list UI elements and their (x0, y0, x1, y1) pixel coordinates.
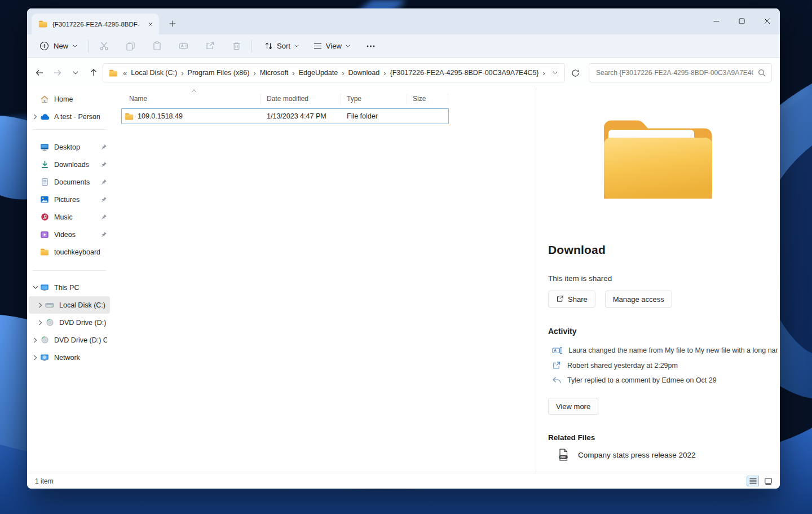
manage-access-button[interactable]: Manage access (605, 291, 672, 307)
column-headers: Name Date modified Type Size (121, 90, 536, 107)
sidebar-item-label: Downloads (54, 161, 100, 169)
chevron-down-icon (294, 45, 299, 47)
chevron-down-icon[interactable] (31, 285, 39, 289)
maximize-button[interactable] (729, 8, 754, 33)
breadcrumb-item[interactable]: Local Disk (C:) (127, 69, 180, 77)
sidebar-item-documents[interactable]: Documents (29, 173, 110, 191)
sort-icon (264, 42, 273, 50)
sort-button[interactable]: Sort (258, 37, 305, 55)
back-icon[interactable] (30, 64, 48, 82)
refresh-icon[interactable] (565, 64, 585, 82)
sidebar-item-music[interactable]: Music (29, 208, 110, 226)
sidebar-item-touchkeyboard[interactable]: touchkeyboard (29, 243, 110, 261)
pin-icon (100, 214, 107, 220)
chevron-right-icon[interactable] (36, 302, 45, 308)
column-header-name[interactable]: Name (121, 94, 261, 104)
new-tab-button[interactable] (165, 16, 180, 32)
activity-text: Laura changed the name from My file to M… (568, 346, 778, 354)
file-explorer-window: {F3017226-FE2A-4295-8BDF-0 New (27, 8, 780, 489)
address-dropdown-icon[interactable] (548, 65, 562, 81)
chevron-right-icon[interactable] (31, 337, 39, 343)
sidebar-item-label: Home (54, 95, 100, 103)
sidebar-item-label: DVD Drive (D:) CCC (54, 336, 107, 344)
this-pc-icon (39, 283, 50, 292)
breadcrumb-item[interactable]: EdgeUpdate (295, 69, 342, 77)
sidebar-item-downloads[interactable]: Downloads (29, 156, 110, 173)
view-more-button[interactable]: View more (548, 398, 598, 415)
chevron-right-icon[interactable] (31, 114, 39, 120)
svg-text:PDF: PDF (561, 456, 566, 459)
search-input[interactable] (596, 69, 753, 77)
forward-icon[interactable] (48, 64, 67, 82)
sidebar-item-desktop[interactable]: Desktop (29, 138, 110, 156)
videos-icon (39, 230, 50, 239)
onedrive-icon (39, 112, 50, 121)
column-header-type[interactable]: Type (341, 94, 407, 104)
new-button[interactable]: New (33, 37, 84, 55)
details-view-toggle-icon[interactable] (747, 476, 759, 486)
rename-icon[interactable] (172, 37, 195, 55)
file-row[interactable]: 109.0.1518.49 1/13/2023 4:47 PM File fol… (121, 108, 449, 124)
recent-locations-icon[interactable] (67, 64, 85, 82)
column-header-size[interactable]: Size (407, 94, 448, 104)
command-bar: New Sort (27, 34, 780, 58)
sidebar-item-pictures[interactable]: Pictures (29, 191, 110, 208)
breadcrumb-item[interactable]: Download (345, 69, 383, 77)
folder-icon (39, 248, 50, 257)
explorer-tab[interactable]: {F3017226-FE2A-4295-8BDF-0 (32, 14, 159, 34)
sidebar-item-dvd-drive-d-cc[interactable]: DVD Drive (D:) CC (29, 314, 110, 331)
drive-icon (45, 301, 55, 310)
copy-icon[interactable] (119, 37, 142, 55)
activity-text: Tyler replied to a comment by Edmee on O… (567, 376, 717, 384)
large-icons-view-toggle-icon[interactable] (762, 476, 774, 486)
folder-icon (38, 20, 47, 28)
search-icon[interactable] (758, 69, 766, 77)
view-button[interactable]: View (307, 37, 356, 55)
sidebar-item-local-disk-c[interactable]: Local Disk (C:) (29, 296, 110, 314)
pictures-icon (39, 195, 50, 204)
view-more-label: View more (556, 402, 590, 411)
dvd-icon (45, 318, 55, 327)
sidebar-item-home[interactable]: Home (29, 90, 110, 108)
more-options-icon[interactable] (360, 37, 382, 55)
file-date-modified: 1/13/2023 4:47 PM (261, 112, 341, 120)
breadcrumb-item[interactable]: Program Files (x86) (184, 69, 253, 77)
column-header-date-modified[interactable]: Date modified (261, 94, 341, 104)
sidebar-divider (33, 129, 106, 130)
file-list: Name Date modified Type Size 109.0.1518.… (112, 87, 536, 473)
file-name: 109.0.1518.49 (138, 112, 183, 120)
sidebar-item-network[interactable]: Network (29, 349, 110, 366)
delete-icon[interactable] (225, 37, 248, 55)
up-icon[interactable] (85, 64, 103, 82)
paste-icon[interactable] (145, 37, 168, 55)
activity-item: Robert shared yesterday at 2:29pm (548, 361, 778, 370)
minimize-button[interactable] (704, 8, 729, 33)
breadcrumb-overflow[interactable]: « (122, 69, 127, 77)
pin-icon (100, 231, 107, 238)
breadcrumb-item[interactable]: {F3017226-FE2A-4295-8BDF-00C3A9A7E4C5} (386, 69, 542, 77)
documents-icon (39, 178, 50, 187)
activity-item: Laura changed the name from My file to M… (548, 346, 778, 355)
chevron-right-icon[interactable] (36, 320, 45, 326)
reply-icon (552, 376, 561, 384)
sidebar-item-this-pc[interactable]: This PC (29, 279, 110, 296)
share-button[interactable]: Share (548, 291, 595, 307)
breadcrumb[interactable]: « Local Disk (C:) › Program Files (x86) … (103, 63, 565, 82)
tab-close-icon[interactable] (145, 19, 156, 29)
tab-bar: {F3017226-FE2A-4295-8BDF-0 (27, 8, 780, 34)
share-icon (552, 361, 561, 370)
related-file-item[interactable]: PDF Company stats press release 2022 (548, 449, 778, 461)
breadcrumb-item[interactable]: Microsoft (257, 69, 292, 77)
cut-icon[interactable] (92, 37, 115, 55)
close-button[interactable] (754, 8, 780, 33)
sidebar-item-label: touchkeyboard (54, 248, 100, 256)
folder-large-icon (597, 107, 719, 203)
file-type: File folder (341, 112, 407, 120)
share-icon[interactable] (198, 37, 221, 55)
sidebar-item-videos[interactable]: Videos (29, 226, 110, 243)
sidebar-item-onedrive-personal[interactable]: A test - Personal (29, 108, 110, 125)
chevron-right-icon[interactable] (31, 355, 39, 361)
sidebar-item-label: Local Disk (C:) (59, 301, 107, 309)
sidebar-item-label: Network (54, 354, 107, 362)
sidebar-item-dvd-drive-d-ccc[interactable]: DVD Drive (D:) CCC (29, 331, 110, 349)
